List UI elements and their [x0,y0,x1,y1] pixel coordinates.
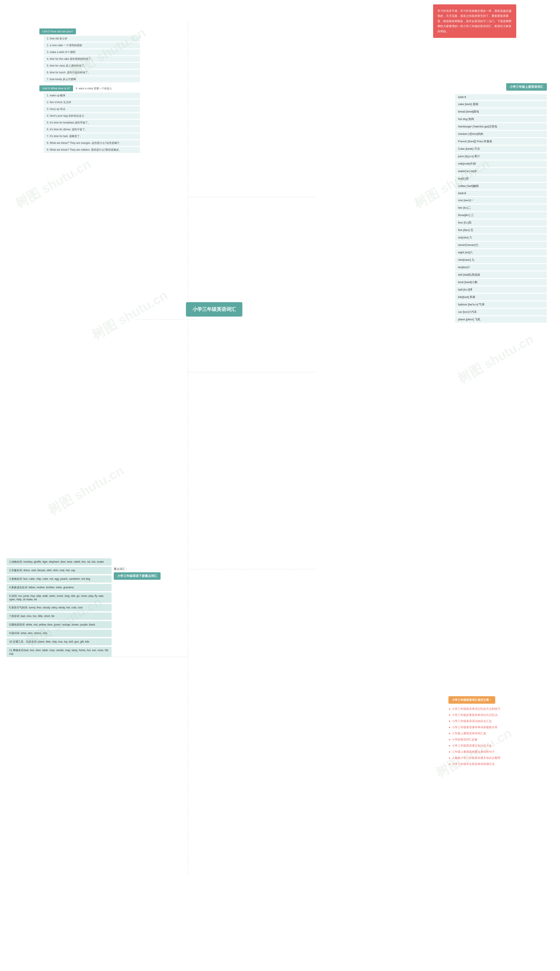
right-unit5-vocab-item: French [frentʃ] Fries 炸薯条 [455,138,547,145]
bottom-left-item: 2.衣服名词: dress, vest, blouse, skirt, shir… [7,567,112,574]
related-article-item[interactable]: ★三年级上册英语的重点单词和句子 [448,749,547,755]
bottom-left-item: 1.动物名词: monkey, giraffe, tiger, elephant… [7,558,112,565]
right-unit5-vocab-item: hot dog 热狗 [455,116,547,122]
key-vocab-section-title: 小学三年级英语下册重点词汇 [114,572,160,580]
right-unit5-vocab-item: milk[mɪlk]牛奶 [455,160,547,167]
right-unit6-vocab-item: kite[kaɪt] 风筝 [455,294,547,301]
bottom-left-item: 5.动词: run, jump, hop, skip, walk, swim, … [7,592,112,603]
related-article-item[interactable]: ★小学的英语词汇必备 [448,737,547,743]
right-unit5-vocab-item: bread [bred]面包 [455,109,547,115]
right-unit6-vocab-item: seven['sevən]七 [455,242,547,248]
related-article-item[interactable]: ★小学三年级英语单词记忆的方法和技巧 [448,706,547,712]
watermark-6: 树图 shutu.cn [45,462,127,519]
watermark-5: 树图 shutu.cn [455,330,537,388]
related-article-item[interactable]: ★小学三年级学生英语单词背诵方法 [448,761,547,767]
info-box: 学习外语并不难，学习外语就像交朋友一样，朋友是越交越熟的，天天见面，朋友之间就亲… [433,4,516,38]
related-article-item[interactable]: ★小学三年级必看英语单词10大记忆法 [448,712,547,718]
bottom-left-item: 4.家庭成员名词: father, mother, brother, siste… [7,584,112,591]
left-unit5-item: 5. time for class 是上课的时候了。 [44,63,140,69]
bottom-left-vocab: 1.动物名词: monkey, giraffe, tiger, elephant… [7,558,112,657]
left-unit5-item: 6. time for lunch. 是吃午饭的时候了。 [44,70,140,75]
right-unit5-vocab-item: water['wɔːtə]水 [455,168,547,174]
key-vocab-label: 重点词汇： [114,567,160,571]
right-unit6-vocab-item: six[sɪks] 六 [455,234,547,241]
right-unit6-vocab-item: balloon [bə'luːn] 气球 [455,301,547,308]
right-unit6-vocab-item: car [kɑː]小汽车 [455,309,547,315]
unit6-items-left: 1. wake up 醒来2. five o'clock 五点钟3. hurry… [39,93,140,153]
bottom-left-item: 3.食物名词: bun, cake, chip, coke, nut, egg,… [7,575,112,583]
right-unit5-vocab-item: cake [keɪk] 蛋糕 [455,101,547,107]
left-unit6-item: 7. It's time for bed. 该睡觉了。 [44,133,140,139]
unit6-label-right: Unit 6 [455,190,547,196]
related-article-item[interactable]: ★小学三年级英语课本单词表最新分享 [448,724,547,730]
right-unit5-vocab-item: tea[tiː]茶 [455,175,547,182]
bottom-left-item: 7.形容词: bad, nice, fun, little, short, fa… [7,613,112,620]
unit6-extra: 8. want a robot 想要一个机器人 [76,87,112,90]
left-unit5-item: 1. how old 多少岁 [44,36,140,42]
left-unit6-item: 5. It's time for breakfast.该吃早饭了。 [44,120,140,126]
related-article-item[interactable]: ★三年级上册英语单词词汇表 [448,730,547,737]
bottom-left-item: 11.事物名词:bed, box, door, table, mop, cand… [7,647,112,657]
right-unit5-vocab-item: Coke [kəʊk] 可乐 [455,145,547,152]
related-article-item[interactable]: ★小学三年级英语语法知识点汇总 [448,718,547,724]
bottom-left-item: 10.交通工具、玩具名词: plane, bike, ship, bus, to… [7,638,112,645]
right-unit6-vocab-item: three[θriː] 三 [455,212,547,219]
watermark-2: 树图 shutu.cn [12,155,94,213]
unit6-vocab-right: one [wʌn]一two [tuː]二three[θriː] 三four [f… [455,197,547,323]
left-unit5-item: 7. how lovely 多么可爱啊 [44,77,140,82]
upper-vocab-section-title: 小学三年级上册英语词汇 [506,83,547,91]
bottom-left-item: 8.颜色形容词: white, red, yellow, blue, green… [7,621,112,628]
left-unit5-item: 3. make a wish 许个愿吧 [44,49,140,55]
right-unit6-vocab-item: nine[naɪn] 九 [455,257,547,263]
right-unit6-vocab-item: plane [pleɪn] 飞机 [455,316,547,323]
right-unit5-vocab-item: hamburger ['hæmbɜːɡə]汉堡包 [455,123,547,130]
right-unit5-vocab-item: coffee ['kɒfi]咖啡 [455,183,547,189]
left-unit6-item: 4. here's your bag 你的包在这儿 [44,113,140,119]
unit5-items-left: 1. how old 多少岁2. a nice cake 一个漂亮的蛋糕3. m… [39,36,140,82]
left-unit6-item: 3. hurry up 快点 [44,106,140,112]
unit5-label-right: Unit 5 [455,94,547,100]
right-unit6-vocab-item: boat [bəʊt]小船 [455,279,547,286]
main-title: 小学三年级英语词汇 [186,302,242,317]
left-unit5-item: 2. a nice cake 一个漂亮的蛋糕 [44,42,140,48]
left-unit6-item: 9. What are those? They are rubbers. 那些是… [44,147,140,153]
right-unit6-vocab-item: four [fɔː]四 [455,219,547,226]
unit5-vocab-right: cake [keɪk] 蛋糕bread [bred]面包hot dog 热狗ha… [455,101,547,189]
left-unit6-item: 1. wake up 醒来 [44,93,140,99]
right-unit5-vocab-item: chicken ['tʃɪkɪn]鸡肉 [455,131,547,137]
related-articles-title: 小学三年级英语词汇相关文章： [448,696,495,704]
right-unit6-vocab-item: doll [dɒl]玩具娃娃 [455,271,547,278]
bottom-left-item: 6.形容天气的词: sunny, fine, cloudy, rainy, wi… [7,604,112,611]
related-article-item[interactable]: ★小学三年级英语课文知识点大全 [448,743,547,749]
right-unit5-vocab-item: juice [dʒuːs] 果汁 [455,153,547,160]
left-unit6-item: 6. It's time for dinner. 该吃午饭了。 [44,127,140,132]
right-unit6-vocab-item: ball [bɔːl]球 [455,286,547,293]
unit6-title: Unit 6 What time is it? [39,85,73,91]
related-article-item[interactable]: ★人教版小学三年级英语课文知识点整理 [448,755,547,761]
right-unit6-vocab-item: ten[ten]十 [455,264,547,271]
related-articles-list: ★小学三年级英语单词记忆的方法和技巧★小学三年级必看英语单词10大记忆法★小学三… [448,706,547,767]
left-unit6-item: 8. What are these? They are oranges. 这些是… [44,140,140,146]
right-unit6-vocab-item: two [tuː]二 [455,204,547,211]
right-unit6-vocab-item: eight [eɪt]八 [455,249,547,256]
info-box-text: 学习外语并不难，学习外语就像交朋友一样，朋友是越交越熟的，天天见面，朋友之间就亲… [438,9,512,33]
right-unit6-vocab-item: five [faɪv] 五 [455,227,547,233]
right-unit6-vocab-item: one [wʌn]一 [455,197,547,204]
watermark-3: 树图 shutu.cn [89,287,171,344]
left-unit6-item: 2. five o'clock 五点钟 [44,99,140,105]
unit5-title: Unit 5 How old are you? [39,28,76,34]
left-unit5-item: 4. time for the cake 是吃蛋糕的时候了。 [44,56,140,62]
bottom-left-item: 9.疑问词: what, who, where, why [7,630,112,637]
